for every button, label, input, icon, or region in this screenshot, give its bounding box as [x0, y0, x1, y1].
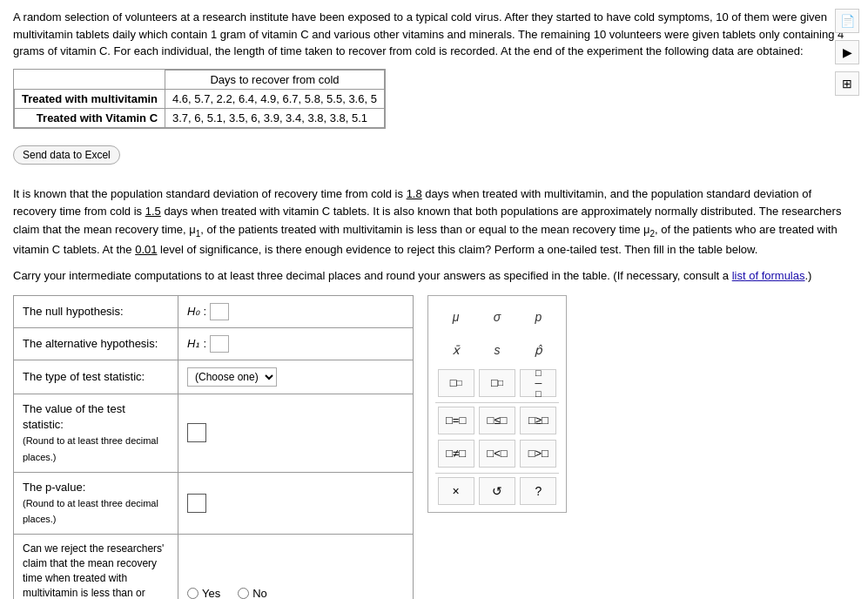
pvalue-row: The p-value: (Round to at least three de…	[14, 472, 414, 535]
yes-radio[interactable]	[187, 588, 198, 599]
alt-hypothesis-input-box: H₁ :	[187, 335, 229, 353]
symbol-row-2: x̄ s p̂	[435, 336, 559, 364]
test-type-row: The type of test statistic: (Choose one)…	[14, 360, 414, 394]
yes-no-options: Yes No	[187, 583, 404, 599]
null-hypothesis-row: The null hypothesis: H₀ :	[14, 295, 414, 327]
alt-hypothesis-field[interactable]	[210, 335, 229, 353]
alt-colon: :	[203, 337, 206, 350]
row2-label: Treated with Vitamin C	[15, 108, 165, 127]
null-hypothesis-label: The null hypothesis:	[14, 295, 178, 327]
alt-hypothesis-input-cell: H₁ :	[178, 327, 414, 360]
data-table: Days to recover from cold Treated with m…	[14, 70, 385, 128]
row1-label: Treated with multivitamin	[15, 89, 165, 108]
table-row: Treated with multivitamin 4.6, 5.7, 2.2,…	[15, 89, 385, 108]
middle-paragraph: It is known that the population standard…	[13, 185, 855, 259]
test-value-field[interactable]	[187, 423, 206, 442]
reject-row: Can we reject the researchers' claim tha…	[14, 535, 414, 599]
symbol-row-4: □=□ □≤□ □≥□	[435, 407, 559, 434]
squared-btn[interactable]: □□	[438, 369, 474, 397]
row2-data: 3.7, 6, 5.1, 3.5, 6, 3.9, 3.4, 3.8, 3.8,…	[165, 108, 385, 127]
leq-btn[interactable]: □≤□	[479, 407, 515, 434]
yes-label: Yes	[202, 587, 220, 599]
symbol-row-3: □□ □□ □─□	[435, 369, 559, 397]
main-layout: The null hypothesis: H₀ : The alternativ…	[13, 295, 855, 599]
yes-option[interactable]: Yes	[187, 587, 220, 599]
null-colon: :	[203, 305, 206, 318]
undo-btn[interactable]: ↺	[479, 477, 515, 505]
symbol-action-row: × ↺ ?	[435, 477, 559, 505]
doc-icon[interactable]: 📄	[835, 9, 859, 33]
test-type-label: The type of test statistic:	[14, 360, 178, 394]
alt-hypothesis-label: The alternative hypothesis:	[14, 327, 178, 360]
table-header: Days to recover from cold	[165, 70, 385, 89]
times-btn[interactable]: ×	[438, 477, 474, 505]
data-table-wrapper: Days to recover from cold Treated with m…	[13, 69, 386, 129]
formulas-link[interactable]: list of formulas	[732, 269, 805, 282]
symbol-panel: μ σ p x̄ s p̂ □□ □□ □─□ □=□ □≤□ □≥□ □≠□ …	[427, 295, 567, 513]
p-symbol: p	[520, 303, 556, 331]
right-toolbar: 📄 ▶ ⊞	[835, 9, 859, 96]
equals-btn[interactable]: □=□	[438, 407, 474, 434]
test-type-input-cell: (Choose one) Z t Chi-square F	[178, 360, 414, 394]
no-option[interactable]: No	[238, 587, 267, 599]
subscript-btn[interactable]: □□	[479, 369, 515, 397]
symbol-row-5: □≠□ □<□ □>□	[435, 440, 559, 468]
pvalue-input-cell	[178, 472, 414, 535]
gt-btn[interactable]: □>□	[520, 440, 556, 468]
test-type-select[interactable]: (Choose one) Z t Chi-square F	[187, 367, 277, 387]
play-icon[interactable]: ▶	[835, 40, 859, 64]
neq-btn[interactable]: □≠□	[438, 440, 474, 468]
no-label: No	[252, 587, 267, 599]
phat-symbol: p̂	[520, 336, 556, 364]
no-radio[interactable]	[238, 588, 249, 599]
reject-label: Can we reject the researchers' claim tha…	[14, 535, 178, 599]
carry-paragraph: Carry your intermediate computations to …	[13, 267, 855, 285]
null-hypothesis-input-cell: H₀ :	[178, 295, 414, 327]
sigma-symbol: σ	[479, 303, 515, 331]
send-excel-button[interactable]: Send data to Excel	[13, 145, 120, 165]
test-value-input-cell	[178, 394, 414, 472]
lt-btn[interactable]: □<□	[479, 440, 515, 468]
test-value-label: The value of the test statistic: (Round …	[14, 394, 178, 472]
table-row: Treated with Vitamin C 3.7, 6, 5.1, 3.5,…	[15, 108, 385, 127]
s-symbol: s	[479, 336, 515, 364]
mu-symbol: μ	[438, 303, 474, 331]
reject-input-cell: Yes No	[178, 535, 414, 599]
null-symbol: H₀	[187, 305, 199, 318]
pvalue-field[interactable]	[187, 494, 206, 513]
help-btn[interactable]: ?	[520, 477, 556, 505]
row1-data: 4.6, 5.7, 2.2, 6.4, 4.9, 6.7, 5.8, 5.5, …	[165, 89, 385, 108]
alt-hypothesis-row: The alternative hypothesis: H₁ :	[14, 327, 414, 360]
symbol-row-1: μ σ p	[435, 303, 559, 331]
null-hypothesis-input-box: H₀ :	[187, 303, 229, 320]
xbar-symbol: x̄	[438, 336, 474, 364]
null-hypothesis-field[interactable]	[210, 303, 229, 320]
intro-paragraph: A random selection of volunteers at a re…	[13, 9, 855, 60]
hypothesis-table: The null hypothesis: H₀ : The alternativ…	[13, 295, 414, 599]
alt-symbol: H₁	[187, 337, 199, 350]
test-value-row: The value of the test statistic: (Round …	[14, 394, 414, 472]
geq-btn[interactable]: □≥□	[520, 407, 556, 434]
grid-icon[interactable]: ⊞	[835, 71, 859, 96]
fraction-btn[interactable]: □─□	[520, 369, 556, 397]
pvalue-label: The p-value: (Round to at least three de…	[14, 472, 178, 535]
